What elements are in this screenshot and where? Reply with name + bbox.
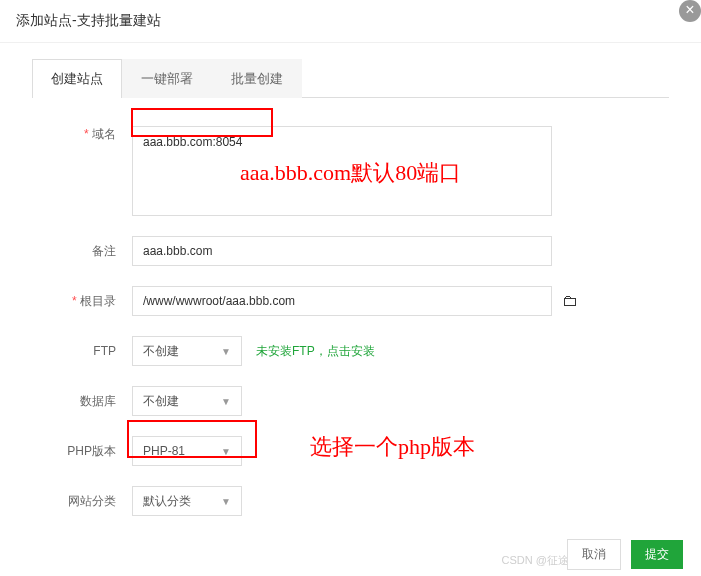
label-rootdir: 根目录 — [32, 293, 132, 310]
chevron-down-icon: ▼ — [221, 446, 231, 457]
label-ftp: FTP — [32, 344, 132, 358]
tab-batch[interactable]: 批量创建 — [212, 59, 302, 98]
label-remark: 备注 — [32, 243, 132, 260]
tab-create[interactable]: 创建站点 — [32, 59, 122, 98]
cancel-button[interactable]: 取消 — [567, 539, 621, 570]
chevron-down-icon: ▼ — [221, 346, 231, 357]
ftp-value: 不创建 — [143, 343, 179, 360]
phpver-value: PHP-81 — [143, 444, 185, 458]
tabs: 创建站点 一键部署 批量创建 — [32, 59, 669, 98]
database-value: 不创建 — [143, 393, 179, 410]
submit-button[interactable]: 提交 — [631, 540, 683, 569]
chevron-down-icon: ▼ — [221, 396, 231, 407]
chevron-down-icon: ▼ — [221, 496, 231, 507]
tab-deploy[interactable]: 一键部署 — [122, 59, 212, 98]
category-value: 默认分类 — [143, 493, 191, 510]
folder-icon[interactable]: 🗀 — [562, 292, 578, 310]
dialog-title: 添加站点-支持批量建站 — [16, 12, 161, 28]
category-select[interactable]: 默认分类 ▼ — [132, 486, 242, 516]
phpver-select[interactable]: PHP-81 ▼ — [132, 436, 242, 466]
remark-input[interactable] — [132, 236, 552, 266]
ftp-hint[interactable]: 未安装FTP，点击安装 — [256, 343, 375, 360]
close-icon[interactable]: × — [679, 0, 701, 22]
label-phpver: PHP版本 — [32, 443, 132, 460]
label-domain: 域名 — [32, 126, 132, 143]
label-category: 网站分类 — [32, 493, 132, 510]
label-database: 数据库 — [32, 393, 132, 410]
database-select[interactable]: 不创建 ▼ — [132, 386, 242, 416]
rootdir-input[interactable] — [132, 286, 552, 316]
domain-input[interactable] — [132, 126, 552, 216]
ftp-select[interactable]: 不创建 ▼ — [132, 336, 242, 366]
